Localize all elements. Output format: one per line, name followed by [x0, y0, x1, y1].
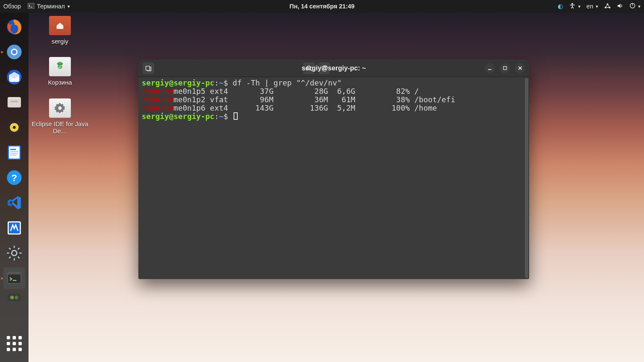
activities-button[interactable]: Обзор — [3, 3, 21, 10]
svg-rect-14 — [10, 101, 18, 103]
chevron-down-icon: ▾ — [578, 4, 581, 9]
dock-chromium[interactable] — [3, 41, 25, 63]
keyboard-layout-label: en — [587, 3, 593, 10]
svg-rect-44 — [146, 66, 150, 70]
system-menu[interactable]: ▾ — [629, 3, 641, 10]
home-folder-icon — [49, 16, 71, 35]
desktop-icon-eclipse[interactable]: Eclipse IDE for Java De… — [31, 98, 89, 134]
dock-libreoffice-writer[interactable] — [3, 142, 25, 163]
svg-rect-18 — [8, 146, 20, 159]
terminal-body[interactable]: sergiy@sergiy-pc:~$ df -Th | grep "^/dev… — [138, 77, 529, 279]
accessibility-icon — [569, 3, 576, 10]
terminal-output-line: /dev/nvme0n1p5 ext4 37G 28G 6,6G 82% / — [142, 87, 526, 96]
terminal-icon — [28, 3, 34, 10]
activities-label: Обзор — [3, 3, 21, 10]
svg-point-1 — [571, 3, 573, 5]
desktop-icon-trash[interactable]: Корзина — [37, 57, 83, 86]
new-tab-button[interactable] — [143, 62, 154, 74]
svg-rect-0 — [28, 3, 34, 9]
terminal-output-line: /dev/nvme0n1p2 vfat 96M 36M 61M 38% /boo… — [142, 96, 526, 104]
trash-icon — [49, 57, 71, 76]
desktop-icon-label: Eclipse IDE for Java De… — [31, 120, 89, 134]
dock-rhythmbox[interactable] — [3, 116, 25, 138]
svg-rect-40 — [8, 294, 21, 301]
chevron-down-icon: ▾ — [68, 4, 70, 9]
dock-firefox[interactable] — [3, 16, 25, 38]
accessibility-menu[interactable]: ▾ — [569, 3, 581, 10]
keyboard-layout-menu[interactable]: en ▾ — [587, 3, 598, 10]
livepatch-icon[interactable]: ◐ — [558, 3, 563, 10]
dock-extra-app[interactable] — [3, 292, 25, 303]
svg-rect-22 — [10, 153, 18, 154]
power-icon — [629, 3, 636, 10]
dock-thunderbird[interactable] — [3, 66, 25, 88]
svg-point-10 — [12, 50, 17, 54]
dock-vscode[interactable] — [3, 192, 25, 214]
maximize-button[interactable] — [500, 63, 510, 73]
svg-rect-39 — [8, 272, 21, 274]
dock-terminal[interactable] — [3, 267, 25, 289]
dock-virtualbox[interactable] — [3, 217, 25, 239]
gear-icon — [49, 98, 71, 118]
terminal-titlebar[interactable]: sergiy@sergiy-pc: ~ — [138, 59, 529, 77]
chevron-down-icon: ▾ — [596, 4, 598, 9]
terminal-line: sergiy@sergiy-pc:~$ — [142, 112, 526, 121]
desktop-icon-label: sergiy — [37, 38, 83, 45]
app-menu[interactable]: Терминал ▾ — [28, 3, 70, 10]
desktop-icon-label: Корзина — [37, 79, 83, 86]
terminal-window: sergiy@sergiy-pc: ~ sergiy@sergiy-pc:~$ … — [138, 59, 529, 279]
svg-rect-21 — [10, 151, 18, 152]
datetime-label: Пн, 14 сентября 21:49 — [289, 3, 354, 10]
svg-point-42 — [15, 296, 18, 300]
dock-help[interactable]: ? — [3, 167, 25, 189]
window-title: sergiy@sergiy-pc: ~ — [302, 65, 366, 72]
close-button[interactable] — [515, 63, 525, 73]
terminal-output-line: /dev/nvme0n1p6 ext4 143G 136G 5,2M 100% … — [142, 104, 526, 112]
cursor-icon — [234, 112, 238, 120]
svg-rect-20 — [10, 149, 16, 150]
minimize-button[interactable] — [485, 63, 495, 73]
volume-icon[interactable] — [617, 3, 623, 10]
scrollbar[interactable] — [525, 78, 528, 278]
desktop-icon-home[interactable]: sergiy — [37, 16, 83, 45]
chevron-down-icon: ▾ — [638, 4, 641, 9]
svg-point-41 — [10, 296, 14, 300]
clock[interactable]: Пн, 14 сентября 21:49 — [289, 3, 354, 10]
svg-point-17 — [13, 126, 16, 129]
show-applications-button[interactable] — [3, 333, 25, 354]
svg-rect-43 — [59, 26, 61, 29]
terminal-command: df -Th | grep "^/dev/nv" — [233, 78, 342, 87]
svg-rect-23 — [10, 155, 17, 155]
terminal-line: sergiy@sergiy-pc:~$ df -Th | grep "^/dev… — [142, 79, 526, 87]
dock-settings[interactable] — [3, 242, 25, 264]
network-icon[interactable] — [604, 3, 611, 10]
svg-rect-51 — [503, 67, 506, 70]
dock: ? — [0, 13, 29, 362]
svg-rect-13 — [8, 98, 21, 107]
top-panel: Обзор Терминал ▾ Пн, 14 сентября 21:49 ◐… — [0, 0, 644, 13]
dock-files[interactable] — [3, 91, 25, 113]
app-menu-label: Терминал — [37, 3, 65, 10]
svg-text:?: ? — [11, 172, 17, 183]
